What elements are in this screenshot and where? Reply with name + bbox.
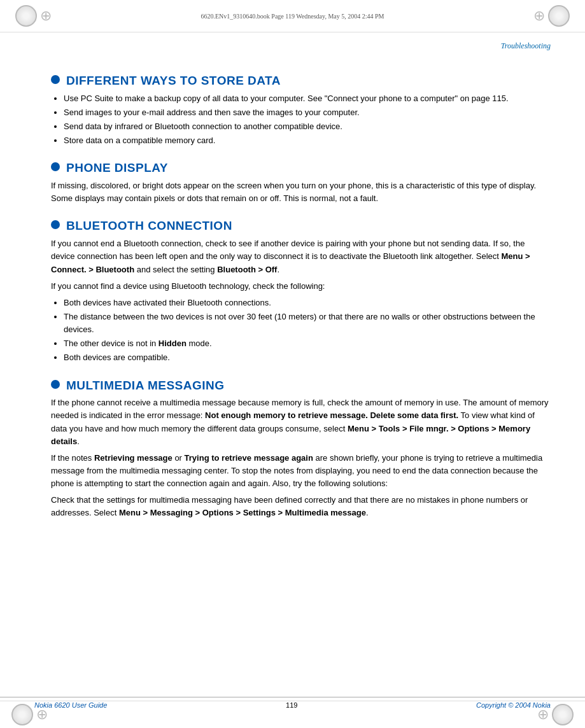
- list-item: Send images to your e-mail address and t…: [64, 106, 551, 119]
- bluetooth-list: Both devices have activated their Blueto…: [64, 297, 551, 365]
- multimedia-text-3: Check that the settings for multimedia m…: [51, 494, 551, 519]
- page-section-title: Troubleshooting: [0, 32, 585, 53]
- bullet-circle-3: [51, 220, 60, 229]
- main-content: DIFFERENT WAYS TO STORE DATA Use PC Suit…: [0, 53, 585, 530]
- list-item: Send data by infrared or Bluetooth conne…: [64, 120, 551, 133]
- section-phone-display-heading: PHONE DISPLAY: [66, 161, 168, 176]
- bottom-right-crosshair: [534, 706, 552, 724]
- top-right-crosshair: [530, 7, 548, 25]
- list-item: Both devices have activated their Blueto…: [64, 297, 551, 309]
- section-multimedia-heading: MULTIMEDIA MESSAGING: [66, 379, 225, 393]
- different-ways-list: Use PC Suite to make a backup copy of al…: [64, 92, 551, 148]
- multimedia-text-1: If the phone cannot receive a multimedia…: [51, 396, 551, 448]
- bottom-right-decoration: [552, 704, 574, 725]
- list-item: Both devices are compatible.: [64, 351, 551, 364]
- page: 6620.ENv1_9310640.book Page 119 Wednesda…: [0, 0, 585, 728]
- multimedia-text-2: If the notes Retrieving message or Tryin…: [51, 452, 551, 490]
- top-left-decoration: [15, 5, 37, 27]
- bullet-circle-4: [51, 380, 60, 389]
- section-phone-display-header: PHONE DISPLAY: [51, 161, 551, 176]
- bullet-circle-2: [51, 162, 60, 171]
- top-right-decoration: [548, 5, 570, 27]
- bottom-left-crosshair: [33, 706, 51, 724]
- bottom-decoration: [0, 701, 585, 728]
- list-item: Store data on a compatible memory card.: [64, 134, 551, 147]
- bluetooth-text-2: If you cannot find a device using Blueto…: [51, 280, 551, 293]
- header-bar: 6620.ENv1_9310640.book Page 119 Wednesda…: [0, 0, 585, 32]
- section-different-ways-heading: DIFFERENT WAYS TO STORE DATA: [66, 74, 281, 88]
- list-item: The other device is not in Hidden mode.: [64, 337, 551, 350]
- bluetooth-text-1: If you cannot end a Bluetooth connection…: [51, 237, 551, 276]
- troubleshooting-label: Troubleshooting: [501, 41, 551, 50]
- bullet-circle-1: [51, 75, 60, 84]
- section-multimedia-header: MULTIMEDIA MESSAGING: [51, 379, 551, 393]
- phone-display-text: If missing, discolored, or bright dots a…: [51, 179, 551, 205]
- top-left-crosshair: [37, 7, 55, 25]
- header-text: 6620.ENv1_9310640.book Page 119 Wednesda…: [55, 13, 530, 20]
- section-different-ways-header: DIFFERENT WAYS TO STORE DATA: [51, 74, 551, 88]
- section-bluetooth-header: BLUETOOTH CONNECTION: [51, 219, 551, 234]
- list-item: The distance between the two devices is …: [64, 311, 551, 336]
- section-bluetooth-heading: BLUETOOTH CONNECTION: [66, 219, 232, 234]
- list-item: Use PC Suite to make a backup copy of al…: [64, 92, 551, 105]
- bottom-left-decoration: [11, 704, 33, 725]
